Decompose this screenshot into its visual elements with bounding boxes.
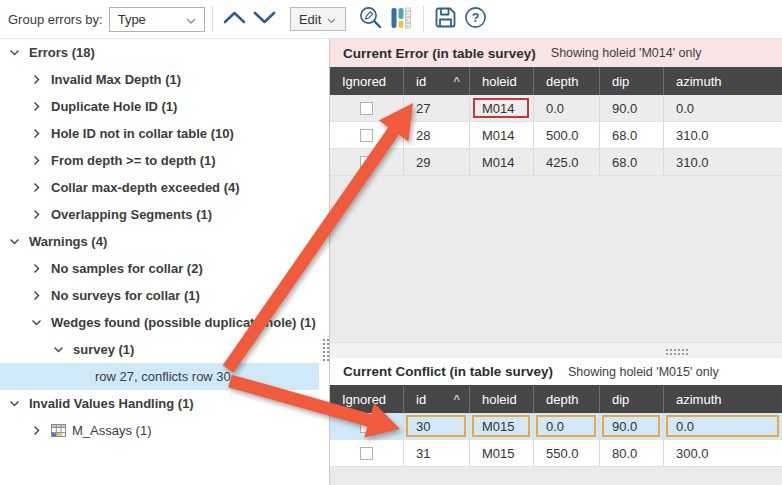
save-button[interactable] xyxy=(431,4,461,34)
column-header-azimuth[interactable]: azimuth xyxy=(664,67,782,95)
holeid-cell: M015 xyxy=(470,440,534,467)
cell-value: 27 xyxy=(416,101,430,116)
current-error-panel: Current Error (in table survey) Showing … xyxy=(330,39,782,342)
ignored-cell xyxy=(330,95,404,122)
chevron-right-icon[interactable] xyxy=(30,182,42,194)
chevron-down-icon[interactable] xyxy=(30,317,42,329)
tree-item[interactable]: Overlapping Segments (1) xyxy=(0,201,319,228)
chevron-down-icon[interactable] xyxy=(8,236,20,248)
current-error-title: Current Error (in table survey) xyxy=(343,46,536,61)
tree-item[interactable]: Invalid Max Depth (1) xyxy=(0,66,319,93)
cell-value: 90.0 xyxy=(612,419,637,434)
column-header-label: azimuth xyxy=(676,392,722,407)
table-header-row: Ignoredid^holeiddepthdipazimuth xyxy=(330,385,782,413)
chevron-right-icon[interactable] xyxy=(30,209,42,221)
tree-item[interactable]: Duplicate Hole ID (1) xyxy=(0,93,319,120)
cell-value: 28 xyxy=(416,128,430,143)
toolbar-separator xyxy=(423,6,424,32)
azimuth-cell: 0.0 xyxy=(664,413,782,440)
group-by-dropdown[interactable]: Type xyxy=(109,7,205,32)
table-splitter[interactable] xyxy=(330,342,782,358)
sort-ascending-icon: ^ xyxy=(454,393,460,405)
cell-value: 80.0 xyxy=(612,446,637,461)
search-edit-button[interactable] xyxy=(356,4,386,34)
navigate-up-button[interactable] xyxy=(220,4,250,34)
sort-ascending-icon: ^ xyxy=(454,75,460,87)
column-header-ignored[interactable]: Ignored xyxy=(330,67,404,95)
chevron-right-icon[interactable] xyxy=(30,290,42,302)
column-header-holeid[interactable]: holeid xyxy=(470,385,534,413)
statistics-bars-icon xyxy=(389,6,413,33)
column-header-holeid[interactable]: holeid xyxy=(470,67,534,95)
chevron-right-icon[interactable] xyxy=(30,425,42,437)
tree-item-label: row 27, conflicts row 30 xyxy=(95,369,231,384)
tree-item-label: Invalid Values Handling (1) xyxy=(29,396,194,411)
table-row[interactable]: 31M015550.080.0300.0 xyxy=(330,440,782,467)
id-cell: 31 xyxy=(404,440,470,467)
ignored-checkbox[interactable] xyxy=(360,102,373,115)
column-header-dip[interactable]: dip xyxy=(600,385,664,413)
column-header-label: id xyxy=(416,392,426,407)
cell-value: M015 xyxy=(482,419,515,434)
toolbar: Group errors by: Type Edit xyxy=(0,0,782,39)
table-row[interactable]: 28M014500.068.0310.0 xyxy=(330,122,782,149)
cell-value: 310.0 xyxy=(676,155,709,170)
current-error-table: Ignoredid^holeiddepthdipazimuth27M0140.0… xyxy=(330,67,782,176)
save-icon xyxy=(433,5,458,33)
tree-item[interactable]: No surveys for collar (1) xyxy=(0,282,319,309)
chevron-down-icon[interactable] xyxy=(8,398,20,410)
tree-item[interactable]: Errors (18) xyxy=(0,39,319,66)
tree-item[interactable]: Warnings (4) xyxy=(0,228,319,255)
statistics-button[interactable] xyxy=(386,4,416,34)
dip-cell: 90.0 xyxy=(600,95,664,122)
cell-value: 300.0 xyxy=(676,446,709,461)
ignored-checkbox[interactable] xyxy=(360,420,373,433)
table-header-row: Ignoredid^holeiddepthdipazimuth xyxy=(330,67,782,95)
azimuth-cell: 0.0 xyxy=(664,95,782,122)
tree-item[interactable]: row 27, conflicts row 30 xyxy=(0,363,319,390)
navigate-down-button[interactable] xyxy=(250,4,280,34)
table-row[interactable]: 27M0140.090.00.0 xyxy=(330,95,782,122)
holeid-cell: M015 xyxy=(470,413,534,440)
edit-label: Edit xyxy=(299,12,321,27)
chevron-right-icon[interactable] xyxy=(30,74,42,86)
chevron-right-icon[interactable] xyxy=(30,128,42,140)
tree-item[interactable]: From depth >= to depth (1) xyxy=(0,147,319,174)
column-header-depth[interactable]: depth xyxy=(534,385,600,413)
panel-splitter-handle[interactable] xyxy=(322,338,330,362)
chevron-right-icon[interactable] xyxy=(30,263,42,275)
column-header-label: Ignored xyxy=(342,392,386,407)
table-row[interactable]: 30M0150.090.00.0 xyxy=(330,413,782,440)
column-header-ignored[interactable]: Ignored xyxy=(330,385,404,413)
tree-item[interactable]: survey (1) xyxy=(0,336,319,363)
chevron-right-icon[interactable] xyxy=(30,101,42,113)
ignored-checkbox[interactable] xyxy=(360,129,373,142)
edit-dropdown[interactable]: Edit xyxy=(290,7,346,31)
table-row[interactable]: 29M014425.068.0310.0 xyxy=(330,149,782,176)
tree-item[interactable]: Wedges found (possible duplicate hole) (… xyxy=(0,309,319,336)
chevron-down-icon[interactable] xyxy=(8,47,20,59)
tree-item[interactable]: No samples for collar (2) xyxy=(0,255,319,282)
tree-item[interactable]: M_Assays (1) xyxy=(0,417,319,444)
help-button[interactable]: ? xyxy=(461,4,491,34)
current-conflict-title-bar: Current Conflict (in table survey) Showi… xyxy=(330,358,782,385)
column-header-dip[interactable]: dip xyxy=(600,67,664,95)
table-splitter-handle[interactable] xyxy=(665,348,690,356)
tree-item[interactable]: Collar max-depth exceeded (4) xyxy=(0,174,319,201)
depth-cell: 0.0 xyxy=(534,413,600,440)
tree-item-label: Collar max-depth exceeded (4) xyxy=(51,180,240,195)
cell-value: 0.0 xyxy=(676,419,694,434)
tree-item[interactable]: Invalid Values Handling (1) xyxy=(0,390,319,417)
ignored-checkbox[interactable] xyxy=(360,156,373,169)
dip-cell: 90.0 xyxy=(600,413,664,440)
chevron-right-icon[interactable] xyxy=(30,155,42,167)
chevron-down-icon[interactable] xyxy=(52,344,64,356)
column-header-id[interactable]: id^ xyxy=(404,385,470,413)
column-header-label: depth xyxy=(546,392,579,407)
cell-value: 29 xyxy=(416,155,430,170)
tree-item[interactable]: Hole ID not in collar table (10) xyxy=(0,120,319,147)
ignored-checkbox[interactable] xyxy=(360,447,373,460)
column-header-id[interactable]: id^ xyxy=(404,67,470,95)
column-header-azimuth[interactable]: azimuth xyxy=(664,385,782,413)
column-header-depth[interactable]: depth xyxy=(534,67,600,95)
